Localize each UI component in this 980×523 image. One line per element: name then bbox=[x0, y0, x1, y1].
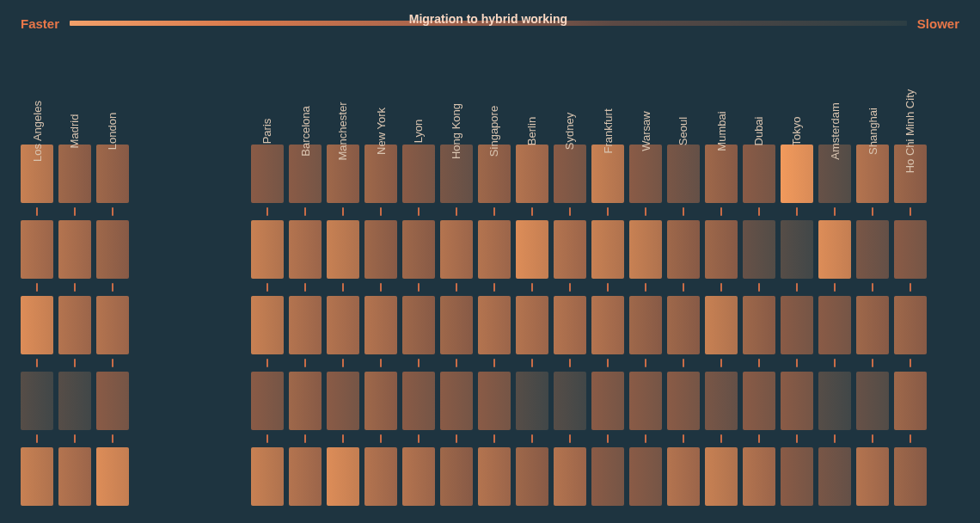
heatmap-grid: Los AngelesMadridLondonParisBarcelonaMan… bbox=[21, 52, 959, 523]
row-divider bbox=[705, 203, 738, 220]
row-divider bbox=[591, 279, 624, 296]
column-label: Madrid bbox=[58, 52, 92, 138]
row-divider bbox=[478, 279, 511, 296]
heatmap-cell bbox=[289, 372, 322, 430]
row-divider bbox=[781, 279, 813, 296]
row-divider bbox=[818, 203, 851, 220]
heatmap-cell bbox=[894, 220, 927, 279]
heatmap-cell bbox=[781, 372, 813, 430]
row-divider bbox=[402, 430, 435, 447]
heatmap-cell bbox=[856, 372, 889, 430]
column-cells bbox=[591, 145, 624, 506]
column-warsaw: Warsaw bbox=[629, 52, 662, 506]
row-divider bbox=[667, 430, 700, 447]
row-divider bbox=[856, 430, 889, 447]
row-divider bbox=[251, 279, 284, 296]
column-frankfurt: Frankfurt bbox=[591, 52, 624, 506]
city-name: Ho Chi Minh City bbox=[904, 89, 917, 174]
heatmap-cell bbox=[251, 296, 284, 354]
heatmap-cell bbox=[705, 145, 738, 203]
heatmap-cell bbox=[402, 447, 435, 506]
row-divider bbox=[856, 354, 889, 372]
city-name: Amsterdam bbox=[829, 102, 842, 159]
column-manchester: Manchester bbox=[327, 52, 359, 506]
heatmap-cell bbox=[364, 296, 397, 354]
column-singapore: Singapore bbox=[478, 52, 511, 506]
column-amsterdam: Amsterdam bbox=[818, 52, 851, 506]
heatmap-cell bbox=[96, 220, 129, 279]
row-divider bbox=[894, 430, 927, 447]
row-divider bbox=[743, 354, 775, 372]
row-divider bbox=[21, 354, 53, 372]
row-divider bbox=[58, 279, 91, 296]
column-cells bbox=[327, 145, 359, 506]
column-madrid: Madrid bbox=[58, 52, 91, 506]
heatmap-cell bbox=[516, 296, 548, 354]
heatmap-cell bbox=[781, 220, 813, 279]
city-name: Hong Kong bbox=[450, 103, 463, 159]
city-name: New York bbox=[375, 108, 388, 155]
row-divider bbox=[327, 279, 359, 296]
heatmap-cell bbox=[251, 220, 284, 279]
column-cells bbox=[516, 145, 548, 506]
row-divider bbox=[289, 279, 322, 296]
heatmap-cell bbox=[516, 220, 548, 279]
heatmap-cell bbox=[667, 145, 700, 203]
row-divider bbox=[440, 279, 473, 296]
heatmap-cell bbox=[478, 372, 511, 430]
row-divider bbox=[289, 203, 322, 220]
heatmap-cell bbox=[402, 296, 435, 354]
column-ho-chi-minh-city: Ho Chi Minh City bbox=[894, 52, 927, 506]
heatmap-cell bbox=[96, 447, 129, 506]
row-divider bbox=[327, 203, 359, 220]
legend-slower-label: Slower bbox=[917, 16, 959, 31]
heatmap-cell bbox=[667, 296, 700, 354]
heatmap-cell bbox=[478, 296, 511, 354]
column-label: Ho Chi Minh City bbox=[868, 52, 952, 138]
row-divider bbox=[743, 279, 775, 296]
heatmap-cell bbox=[289, 296, 322, 354]
row-divider bbox=[554, 279, 586, 296]
heatmap-cell bbox=[554, 447, 586, 506]
row-divider bbox=[856, 203, 889, 220]
heatmap-cell bbox=[667, 220, 700, 279]
city-name: Madrid bbox=[69, 114, 82, 149]
column-cells bbox=[440, 145, 473, 506]
heatmap-cell bbox=[554, 220, 586, 279]
row-divider bbox=[516, 203, 548, 220]
city-name: Warsaw bbox=[640, 111, 652, 151]
row-divider bbox=[289, 354, 322, 372]
row-divider bbox=[58, 354, 91, 372]
heatmap-cell bbox=[894, 296, 927, 354]
column-cells bbox=[251, 145, 284, 506]
heatmap-cell bbox=[629, 145, 662, 203]
heatmap-cell bbox=[629, 372, 662, 430]
row-divider bbox=[629, 354, 662, 372]
heatmap-cell bbox=[440, 372, 473, 430]
heatmap-cell bbox=[327, 447, 359, 506]
heatmap-cell bbox=[856, 447, 889, 506]
row-divider bbox=[894, 203, 927, 220]
row-divider bbox=[516, 354, 548, 372]
heatmap-cell bbox=[440, 296, 473, 354]
heatmap-cell bbox=[58, 296, 91, 354]
heatmap-cell bbox=[96, 145, 129, 203]
heatmap-cell bbox=[58, 447, 91, 506]
heatmap-cell bbox=[667, 372, 700, 430]
row-divider bbox=[251, 430, 284, 447]
row-divider bbox=[516, 279, 548, 296]
row-divider bbox=[667, 203, 700, 220]
column-cells bbox=[856, 145, 889, 506]
row-divider bbox=[21, 279, 53, 296]
heatmap-cell bbox=[781, 296, 813, 354]
row-divider bbox=[554, 430, 586, 447]
row-divider bbox=[96, 430, 129, 447]
city-name: Berlin bbox=[526, 117, 539, 145]
heatmap-cell bbox=[743, 447, 775, 506]
row-divider bbox=[327, 430, 359, 447]
heatmap-cell bbox=[21, 220, 53, 279]
heatmap-cell bbox=[705, 447, 738, 506]
row-divider bbox=[364, 354, 397, 372]
column-cells bbox=[364, 145, 397, 506]
heatmap-cell bbox=[705, 220, 738, 279]
